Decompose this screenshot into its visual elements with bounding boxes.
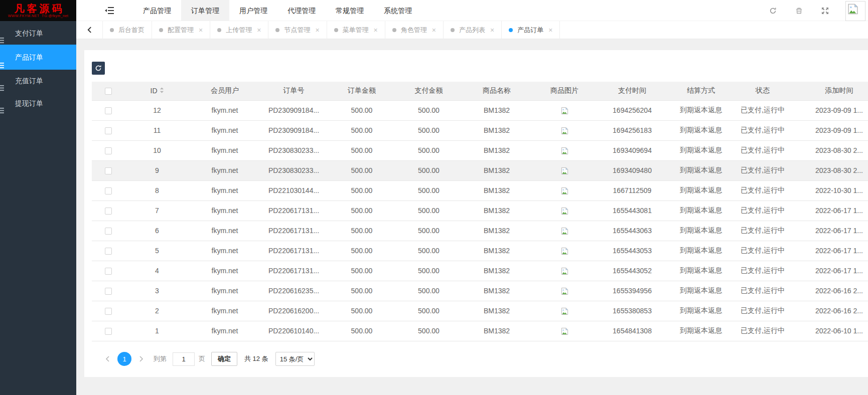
close-icon[interactable]: × [432, 27, 436, 34]
admin-app: 凡客源码 WWW.FKYM.NET TG:@fkym_net 支付订单 产品订单… [0, 0, 868, 395]
row-checkbox[interactable] [105, 228, 112, 235]
cell-id: 6 [124, 221, 190, 241]
page-number-input[interactable] [173, 352, 195, 366]
topbar-menu-6[interactable]: 系统管理 [374, 0, 422, 21]
sort-icon[interactable] [160, 87, 164, 95]
cell-order-amount: 500.00 [328, 120, 396, 140]
cell-status: 已支付,运行中 [735, 100, 791, 120]
column-header: 支付时间 [597, 82, 667, 100]
topbar-menu-4[interactable]: 代理管理 [277, 0, 326, 21]
broken-image-icon [561, 166, 568, 174]
tab-label: 节点管理 [284, 26, 310, 35]
cell-user: fkym.net [190, 301, 260, 321]
next-page-icon[interactable] [135, 352, 147, 366]
cell-order-amount: 500.00 [328, 201, 396, 221]
cell-user: fkym.net [190, 241, 260, 261]
cell-pay-amount: 500.00 [396, 241, 462, 261]
table-row: 2fkym.netPD220616200...500.00500.00BM138… [92, 301, 868, 321]
column-header-id[interactable]: ID [124, 82, 190, 100]
topbar-menu-2[interactable]: 订单管理 [181, 0, 229, 21]
tab-scroll-left-icon[interactable] [76, 21, 102, 39]
tab-5[interactable]: 菜单管理 × [327, 21, 385, 39]
close-icon[interactable]: × [374, 27, 378, 34]
avatar[interactable] [845, 1, 865, 21]
cell-pay-amount: 500.00 [396, 261, 462, 281]
sidebar-item-1[interactable]: 支付订单 [0, 22, 76, 45]
row-checkbox[interactable] [105, 107, 112, 114]
row-checkbox[interactable] [105, 127, 112, 134]
cell-order-amount: 500.00 [328, 241, 396, 261]
tab-3[interactable]: 上传管理 × [210, 21, 268, 39]
tab-1[interactable]: 后台首页 [102, 21, 152, 39]
column-header: 会员用户 [190, 82, 260, 100]
collapse-menu-icon[interactable] [104, 0, 115, 21]
trash-icon[interactable] [786, 0, 812, 21]
sidebar-item-label: 支付订单 [15, 29, 43, 37]
select-all-checkbox[interactable] [105, 88, 112, 95]
close-icon[interactable]: × [490, 27, 494, 34]
confirm-page-button[interactable]: 确定 [211, 352, 237, 366]
cell-status: 已支付,运行中 [735, 160, 791, 180]
page-size-select[interactable]: 15 条/页 [275, 352, 315, 366]
sidebar-item-2[interactable]: 产品订单 [0, 45, 76, 70]
product-image-cell [532, 140, 597, 160]
row-checkbox[interactable] [105, 187, 112, 194]
cell-pay-amount: 500.00 [396, 281, 462, 301]
cell-pay-time: 1654841308 [597, 321, 667, 341]
cell-pay-amount: 500.00 [396, 301, 462, 321]
cell-order-amount: 500.00 [328, 140, 396, 160]
column-header: 状态 [735, 82, 791, 100]
row-checkbox[interactable] [105, 167, 112, 174]
product-image-cell [532, 321, 597, 341]
cell-pay-time: 1655443052 [597, 261, 667, 281]
row-checkbox[interactable] [105, 248, 112, 255]
refresh-icon[interactable] [760, 0, 786, 21]
cell-order-amount: 500.00 [328, 160, 396, 180]
row-checkbox[interactable] [105, 288, 112, 295]
row-checkbox[interactable] [105, 308, 112, 315]
fullscreen-icon[interactable] [812, 0, 838, 21]
topbar-menu-5[interactable]: 常规管理 [326, 0, 374, 21]
tab-2[interactable]: 配置管理 × [152, 21, 210, 39]
table-header-row: ID会员用户订单号订单金额支付金额商品名称商品图片支付时间结算方式状态添加时间 [92, 82, 868, 100]
cell-status: 已支付,运行中 [735, 221, 791, 241]
tab-dot-icon [110, 28, 114, 32]
cell-product-name: BM1382 [462, 100, 532, 120]
product-image-cell [532, 180, 597, 201]
tab-6[interactable]: 角色管理 × [385, 21, 444, 39]
close-icon[interactable]: × [548, 27, 552, 34]
broken-image-icon [561, 106, 568, 114]
cell-id: 9 [124, 160, 190, 180]
close-icon[interactable]: × [257, 27, 261, 34]
cell-status: 已支付,运行中 [735, 201, 791, 221]
row-checkbox[interactable] [105, 147, 112, 154]
tab-4[interactable]: 节点管理 × [268, 21, 327, 39]
topbar-menu-3[interactable]: 用户管理 [229, 0, 277, 21]
row-select-cell [92, 201, 124, 221]
column-header: 订单号 [260, 82, 328, 100]
cell-order-no: PD220616200... [260, 301, 328, 321]
top-header: 产品管理订单管理用户管理代理管理常规管理系统管理 [76, 0, 868, 21]
current-page-badge[interactable]: 1 [117, 352, 131, 366]
cell-id: 10 [124, 140, 190, 160]
cell-settlement: 到期返本返息 [667, 321, 735, 341]
row-select-cell [92, 221, 124, 241]
cell-settlement: 到期返本返息 [667, 140, 735, 160]
tab-active-8[interactable]: 产品订单 × [502, 21, 560, 39]
cell-order-no: PD230909184... [260, 120, 328, 140]
tab-7[interactable]: 产品列表 × [444, 21, 502, 39]
sidebar-item-4[interactable]: 提现订单 [0, 92, 76, 115]
broken-image-icon [561, 206, 568, 214]
prev-page-icon[interactable] [102, 352, 113, 366]
sidebar-item-3[interactable]: 充值订单 [0, 70, 76, 92]
cell-status: 已支付,运行中 [735, 301, 791, 321]
topbar-menu-1[interactable]: 产品管理 [133, 0, 181, 21]
row-checkbox[interactable] [105, 268, 112, 275]
row-checkbox[interactable] [105, 208, 112, 215]
table-refresh-button[interactable] [92, 62, 105, 75]
tab-dot-icon [451, 28, 455, 32]
close-icon[interactable]: × [315, 27, 319, 34]
cell-user: fkym.net [190, 100, 260, 120]
row-checkbox[interactable] [105, 328, 112, 335]
close-icon[interactable]: × [199, 27, 203, 34]
